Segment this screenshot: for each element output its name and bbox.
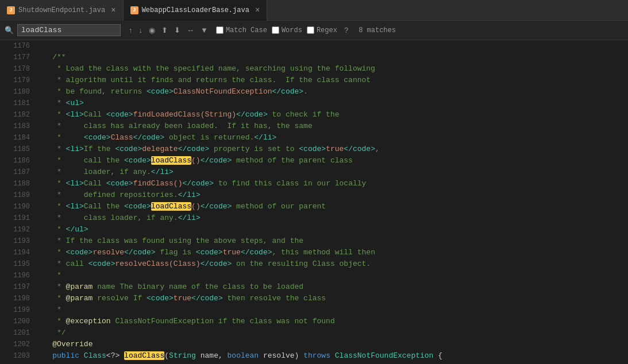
- line-content: /**: [34, 52, 66, 63]
- next-match-button[interactable]: ↓: [137, 25, 145, 36]
- line-number: 1197: [5, 281, 34, 293]
- line-content: * </ul>: [34, 224, 88, 235]
- webapp-tab-close[interactable]: ×: [255, 6, 260, 15]
- line-content: @Override: [34, 339, 93, 350]
- code-content[interactable]: 1176 1177 /**1178 * Load the class with …: [0, 40, 628, 364]
- line-number: 1191: [5, 212, 34, 224]
- line-number: 1193: [5, 235, 34, 247]
- search-navigation: ↑ ↓ ◉ ⬆ ⬇ ↔ ▼: [126, 25, 210, 36]
- line-number: 1189: [5, 189, 34, 201]
- search-options: Match Case Words Regex ?: [216, 25, 350, 36]
- line-content: * class has already been loaded. If it h…: [34, 121, 313, 132]
- line-content: *: [34, 304, 61, 316]
- line-content: * <li>Call the <code>loadClass()</code> …: [34, 201, 326, 212]
- regex-option[interactable]: Regex: [307, 26, 337, 34]
- tab-webapp[interactable]: J WebappClassLoaderBase.java ×: [124, 0, 268, 21]
- regex-label: Regex: [317, 26, 337, 34]
- table-row: 1189 * defined repositories.</li>: [5, 189, 628, 201]
- table-row: 1193 * If the class was found using the …: [5, 235, 628, 247]
- line-number: 1180: [5, 86, 34, 98]
- table-row: 1198 * @param resolve If <code>true</cod…: [5, 293, 628, 304]
- line-content: * If the class was found using the above…: [34, 235, 303, 247]
- line-number: 1187: [5, 166, 34, 178]
- prev-match-button[interactable]: ↑: [126, 25, 135, 36]
- words-label: Words: [282, 26, 302, 34]
- line-content: * class loader, if any.</li>: [34, 212, 201, 224]
- table-row: 1190 * <li>Call the <code>loadClass()</c…: [5, 201, 628, 212]
- line-content: */: [34, 327, 66, 339]
- search-input[interactable]: [17, 24, 121, 36]
- line-number: 1176: [5, 40, 34, 52]
- table-row: 1184 * <code>Class</code> object is retu…: [5, 132, 628, 144]
- table-row: 1202 @Override: [5, 339, 628, 350]
- regex-checkbox[interactable]: [307, 26, 314, 34]
- line-number: 1201: [5, 327, 34, 339]
- line-number: 1181: [5, 98, 34, 109]
- editor: 1176 1177 /**1178 * Load the class with …: [0, 40, 628, 364]
- add-cursor-up-button[interactable]: ⬆: [159, 25, 170, 36]
- words-option[interactable]: Words: [272, 26, 302, 34]
- match-case-label: Match Case: [226, 26, 267, 34]
- table-row: 1182 * <li>Call <code>findLoadedClass(St…: [5, 109, 628, 121]
- line-number: 1177: [5, 52, 34, 63]
- line-content: public Class<?> loadClass(String name, b…: [34, 350, 442, 362]
- search-bar: 🔍 ↑ ↓ ◉ ⬆ ⬇ ↔ ▼ Match Case Words Regex ?…: [0, 21, 628, 40]
- webapp-tab-icon: J: [130, 6, 138, 14]
- help-button[interactable]: ?: [342, 25, 350, 36]
- table-row: 1197 * @param name The binary name of th…: [5, 281, 628, 293]
- table-row: 1201 */: [5, 327, 628, 339]
- add-cursor-down-button[interactable]: ⬇: [172, 25, 183, 36]
- line-number: 1188: [5, 178, 34, 189]
- shutdown-tab-icon: J: [7, 6, 15, 14]
- table-row: 1187 * loader, if any.</li>: [5, 166, 628, 178]
- table-row: 1195 * call <code>resolveClass(Class)</c…: [5, 258, 628, 270]
- table-row: 1181 * <ul>: [5, 98, 628, 109]
- search-icon: 🔍: [5, 26, 14, 35]
- words-checkbox[interactable]: [272, 26, 279, 34]
- line-content: * <code>resolve</code> flag is <code>tru…: [34, 247, 375, 258]
- shutdown-tab-label: ShutdownEndpoint.java: [18, 6, 105, 14]
- shutdown-tab-close[interactable]: ×: [111, 6, 115, 15]
- line-content: * Load the class with the specified name…: [34, 63, 375, 75]
- table-row: 1183 * class has already been loaded. If…: [5, 121, 628, 132]
- table-row: 1200 * @exception ClassNotFoundException…: [5, 316, 628, 327]
- table-row: 1194 * <code>resolve</code> flag is <cod…: [5, 247, 628, 258]
- tab-bar: J ShutdownEndpoint.java × J WebappClassL…: [0, 0, 628, 21]
- toggle-replace-button[interactable]: ↔: [184, 25, 197, 36]
- line-content: * <code>Class</code> object is returned.…: [34, 132, 276, 144]
- line-number: 1196: [5, 270, 34, 281]
- table-row: 1177 /**: [5, 52, 628, 63]
- line-content: * <li>Call <code>findLoadedClass(String)…: [34, 109, 340, 121]
- line-content: * call <code>resolveClass(Class)</code> …: [34, 258, 371, 270]
- line-content: * algorithm until it finds and returns t…: [34, 75, 371, 86]
- match-case-checkbox[interactable]: [216, 26, 224, 34]
- line-number: 1202: [5, 339, 34, 350]
- matches-count: 8 matches: [359, 26, 396, 34]
- table-row: 1180 * be found, returns <code>ClassNotF…: [5, 86, 628, 98]
- line-content: * @param resolve If <code>true</code> th…: [34, 293, 326, 304]
- table-row: 1192 * </ul>: [5, 224, 628, 235]
- line-content: * call the <code>loadClass()</code> meth…: [34, 155, 353, 166]
- line-content: * be found, returns <code>ClassNotFoundE…: [34, 86, 308, 98]
- select-all-button[interactable]: ◉: [147, 25, 157, 36]
- line-content: * <ul>: [34, 98, 84, 109]
- line-number: 1203: [5, 350, 34, 362]
- table-row: 1188 * <li>Call <code>findClass()</code>…: [5, 178, 628, 189]
- table-row: 1185 * <li>If the <code>delegate</code> …: [5, 144, 628, 155]
- table-row: 1191 * class loader, if any.</li>: [5, 212, 628, 224]
- table-row: 1196 *: [5, 270, 628, 281]
- line-number: 1195: [5, 258, 34, 270]
- table-row: 1199 *: [5, 304, 628, 316]
- table-row: 1186 * call the <code>loadClass()</code>…: [5, 155, 628, 166]
- line-number: 1198: [5, 293, 34, 304]
- line-content: * @exception ClassNotFoundException if t…: [34, 316, 335, 327]
- line-number: 1185: [5, 144, 34, 155]
- line-number: 1186: [5, 155, 34, 166]
- line-content: * <li>If the <code>delegate</code> prope…: [34, 144, 380, 155]
- match-case-option[interactable]: Match Case: [216, 26, 267, 34]
- filter-button[interactable]: ▼: [198, 25, 210, 36]
- line-number: 1192: [5, 224, 34, 235]
- table-row: 1176: [5, 40, 628, 52]
- line-content: [34, 40, 39, 52]
- tab-shutdown[interactable]: J ShutdownEndpoint.java ×: [0, 0, 124, 21]
